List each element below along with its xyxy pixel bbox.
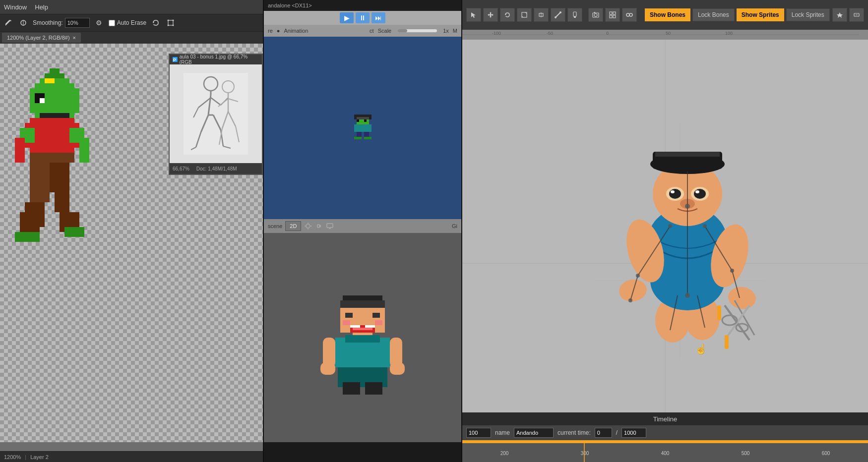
svg-rect-81 <box>345 313 353 318</box>
ps-layer-info: Layer 2 <box>30 454 49 460</box>
tool-select-icon[interactable] <box>466 8 481 22</box>
lock-bones-button[interactable]: Lock Bones <box>692 8 735 21</box>
current-time-input[interactable] <box>595 428 612 438</box>
spine-animation-panel: Show Bones Lock Bones Show Sprites Lock … <box>461 0 868 462</box>
timeline-title: Timeline <box>653 415 678 423</box>
ps-menubar: Window Help <box>0 0 263 14</box>
svg-rect-159 <box>717 305 721 320</box>
animation-viewport[interactable] <box>264 37 461 219</box>
svg-point-174 <box>703 224 707 228</box>
svg-rect-118 <box>613 15 616 18</box>
svg-point-175 <box>730 269 734 273</box>
ref-status-bar: 66,67% Doc: 1,48M/1,48M <box>170 163 262 174</box>
svg-rect-95 <box>320 362 335 375</box>
next-frame-button[interactable]: ⏭ <box>372 12 385 23</box>
svg-point-108 <box>555 16 557 18</box>
extra-icon-1[interactable] <box>832 8 847 22</box>
svg-rect-83 <box>343 320 350 325</box>
pixel-character-svg <box>10 63 154 381</box>
animation-panel: ▶ ⏸ ⏭ re ● Animation ct Scale 1x M <box>264 11 461 219</box>
svg-rect-160 <box>725 335 729 349</box>
current-time-label: current time: <box>558 429 591 436</box>
show-sprites-button[interactable]: Show Sprites <box>737 8 784 21</box>
photoshop-panel: Window Help Smoothing: ⚙ Auto Erase 1200… <box>0 0 263 462</box>
pause-button[interactable]: ⏸ <box>356 12 370 23</box>
ps-toolbar: Smoothing: ⚙ Auto Erase <box>0 14 263 32</box>
svg-rect-3 <box>168 20 173 25</box>
menu-window[interactable]: Window <box>4 3 27 11</box>
total-time-input[interactable] <box>621 428 646 438</box>
spine-timeline: Timeline name current time: / 200 300 40… <box>462 412 868 462</box>
extra-icon-2[interactable] <box>849 8 864 22</box>
giz-label: Gi <box>452 223 457 229</box>
tool-create-bone-icon[interactable] <box>551 8 565 22</box>
svg-rect-91 <box>330 340 395 365</box>
view-camera-icon[interactable] <box>588 8 603 22</box>
tool-flip-icon[interactable] <box>534 8 549 22</box>
svg-point-153 <box>727 285 758 311</box>
svg-rect-69 <box>364 137 372 139</box>
auto-erase-group: Auto Erase <box>109 19 146 26</box>
scene-viewport[interactable] <box>264 233 461 442</box>
tool-pencil-icon[interactable] <box>18 17 29 28</box>
view-controls <box>588 8 637 22</box>
audio-icon[interactable] <box>315 222 323 230</box>
svg-point-145 <box>671 190 675 193</box>
timeline-track[interactable]: 200 300 400 500 600 <box>462 440 868 462</box>
timeline-numbers: 200 300 400 500 600 <box>462 443 868 462</box>
scale-value: 1x <box>443 28 449 34</box>
ps-document-tab[interactable]: 1200% (Layer 2, RGB/8#) × <box>2 33 81 43</box>
svg-text:☝: ☝ <box>695 343 707 355</box>
tool-brush-icon[interactable] <box>3 17 14 28</box>
engine-topbar: andalone <DX11> <box>264 0 461 11</box>
view-grid-icon[interactable] <box>605 8 620 22</box>
ref-panel-title: P aula 03 - bonus 1.jpg @ 66,7% (RGB <box>170 55 262 64</box>
svg-rect-75 <box>317 225 319 228</box>
svg-point-144 <box>669 189 681 199</box>
pixel-art-canvas[interactable] <box>10 63 154 382</box>
ps-status-bar: 1200% | Layer 2 <box>0 451 263 462</box>
lock-sprites-button[interactable]: Lock Sprites <box>786 8 830 21</box>
svg-rect-18 <box>40 113 69 118</box>
reference-image-panel: P aula 03 - bonus 1.jpg @ 66,7% (RGB <box>169 54 263 175</box>
svg-rect-86 <box>353 328 372 330</box>
transform-icon[interactable] <box>165 17 176 28</box>
playhead[interactable] <box>584 440 585 462</box>
settings-icon[interactable]: ⚙ <box>94 17 105 28</box>
svg-rect-36 <box>184 73 248 155</box>
tool-scale-icon[interactable] <box>517 8 532 22</box>
svg-rect-67 <box>364 132 369 137</box>
ps-tab-close-icon[interactable]: × <box>73 35 76 41</box>
anim-m-label: M <box>453 28 457 34</box>
svg-point-172 <box>636 274 640 278</box>
svg-rect-87 <box>350 325 360 328</box>
display-icon[interactable] <box>326 222 334 230</box>
spine-viewport[interactable]: ☝ <box>462 40 868 412</box>
ref-panel-content <box>170 64 262 163</box>
time-separator: / <box>616 429 618 436</box>
timeline-mark-200: 200 <box>500 451 509 456</box>
history-icon[interactable] <box>150 17 161 28</box>
view-chain-icon[interactable] <box>622 8 637 22</box>
auto-erase-checkbox[interactable] <box>109 20 115 26</box>
tool-move-icon[interactable] <box>483 8 498 22</box>
frame-count-input[interactable] <box>466 428 491 438</box>
name-label: name <box>495 429 510 436</box>
svg-point-173 <box>628 298 632 302</box>
svg-rect-33 <box>79 138 89 163</box>
svg-point-169 <box>685 204 690 209</box>
sun-icon[interactable] <box>304 222 312 230</box>
tool-paint-icon[interactable] <box>567 8 582 22</box>
mode-2d-button[interactable]: 2D <box>285 221 301 231</box>
play-button[interactable]: ▶ <box>340 12 354 23</box>
svg-rect-24 <box>30 163 50 202</box>
anim-subject-label: re <box>268 28 273 34</box>
menu-help[interactable]: Help <box>35 3 48 11</box>
show-bones-button[interactable]: Show Bones <box>645 8 690 21</box>
animation-name-input[interactable] <box>514 428 554 438</box>
ps-tab-label: 1200% (Layer 2, RGB/8#) <box>7 35 70 41</box>
tool-rotate-icon[interactable] <box>500 8 515 22</box>
smoothing-input[interactable] <box>65 18 90 28</box>
svg-point-4 <box>168 20 169 21</box>
svg-rect-23 <box>30 153 74 163</box>
